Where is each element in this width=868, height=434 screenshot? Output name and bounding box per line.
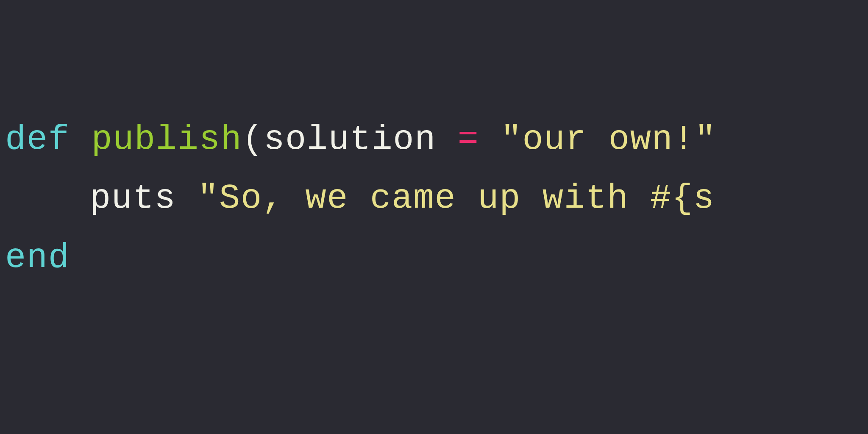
code-line-1: def publish(solution = "our own!" bbox=[5, 110, 868, 169]
operator-equals: = bbox=[458, 120, 479, 159]
keyword-end: end bbox=[5, 238, 70, 278]
code-line-3: end bbox=[5, 228, 868, 287]
string-interp-var: s bbox=[693, 179, 715, 218]
string-interp-open: #{ bbox=[650, 179, 693, 218]
code-editor-view: def publish(solution = "our own!" puts "… bbox=[0, 0, 868, 287]
paren-open: ( bbox=[242, 120, 264, 159]
space bbox=[176, 179, 198, 218]
keyword-def: def bbox=[5, 120, 70, 159]
space bbox=[436, 120, 458, 159]
space bbox=[70, 120, 92, 159]
code-line-2: puts "So, we came up with #{s bbox=[5, 169, 868, 228]
string-literal: "our own!" bbox=[501, 120, 716, 159]
param-name: solution bbox=[264, 120, 436, 159]
method-call-puts: puts bbox=[90, 179, 176, 218]
space bbox=[479, 120, 501, 159]
method-name: publish bbox=[91, 120, 242, 159]
string-literal: "So, we came up with bbox=[198, 179, 650, 218]
